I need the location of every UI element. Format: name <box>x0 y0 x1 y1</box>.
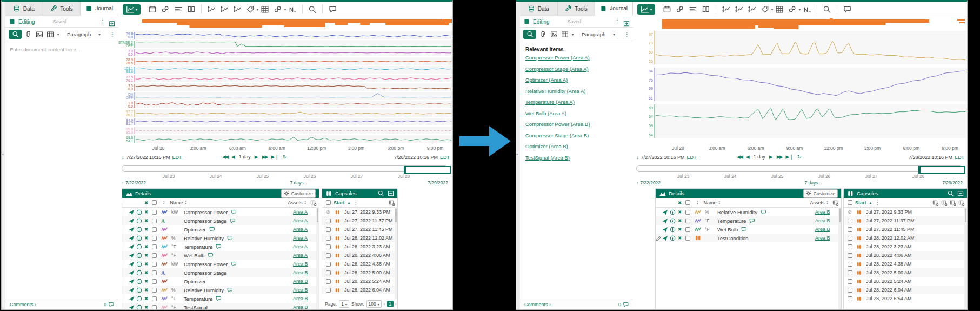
sort-icon[interactable]: ▲▼ <box>304 201 306 205</box>
investigate-duration[interactable]: 7 days <box>795 180 828 186</box>
cursors-icon[interactable] <box>803 5 811 13</box>
info-icon[interactable] <box>136 305 143 310</box>
send-to-organizer-icon[interactable] <box>128 287 135 293</box>
labels-icon[interactable] <box>246 5 255 13</box>
add-column-icon[interactable] <box>310 200 317 206</box>
send-to-organizer-icon[interactable] <box>128 296 135 302</box>
zoom-icon[interactable] <box>823 5 831 13</box>
timezone-link[interactable]: EDT <box>440 155 450 160</box>
gridlines-icon[interactable] <box>261 5 269 13</box>
investigate-duration[interactable]: 7 days <box>281 180 313 186</box>
asset-link[interactable]: Area B <box>293 305 319 310</box>
table-row[interactable]: ✖°FTemperatureArea A <box>122 242 319 251</box>
row-checkbox[interactable] <box>685 227 690 232</box>
capsule-bar[interactable] <box>662 25 756 29</box>
dimming-chevron-icon[interactable]: ▾ <box>799 8 801 11</box>
custom-column-icon[interactable] <box>958 200 965 206</box>
column-menu-icon[interactable]: ⋮ <box>353 200 358 206</box>
calendar-icon[interactable] <box>663 5 671 13</box>
asset-link[interactable]: Area B <box>815 209 841 215</box>
asset-link[interactable]: Area B <box>293 296 319 301</box>
info-icon[interactable] <box>670 218 676 224</box>
sort-icon[interactable]: ▲▼ <box>163 201 165 205</box>
show-select[interactable]: 100▾ <box>366 300 382 308</box>
table-row[interactable]: ✖°FTemperatureArea B <box>656 216 841 225</box>
sort-icon[interactable]: ▲▼ <box>696 201 698 205</box>
comment-icon[interactable] <box>209 227 215 232</box>
expand-panel-icon[interactable] <box>109 19 115 25</box>
send-to-organizer-icon[interactable] <box>128 279 135 284</box>
comment-icon[interactable] <box>230 209 237 215</box>
remove-icon[interactable]: ✖ <box>144 235 152 241</box>
asset-link[interactable]: Area B <box>815 218 841 223</box>
step-to-end-icon[interactable]: ▶❘ <box>271 154 279 160</box>
capsule-bar[interactable] <box>758 25 799 28</box>
step-back-full-icon[interactable]: ◀◀ <box>222 154 228 160</box>
tab-journal[interactable]: Journal <box>81 2 118 16</box>
comment-icon[interactable] <box>229 218 236 223</box>
capsule-bar[interactable] <box>774 28 799 29</box>
tab-journal[interactable]: Journal <box>595 2 633 16</box>
name-column-label[interactable]: Name <box>170 200 183 206</box>
comments-bar[interactable]: Comments › 0 <box>520 299 633 309</box>
search-icon[interactable] <box>948 190 954 196</box>
range-end-value[interactable]: 7/28/2022 10:16 PM <box>394 155 438 160</box>
capsule-row[interactable]: Jul 28, 2022 6:54 AM <box>844 294 967 303</box>
timezone-link[interactable]: EDT <box>687 155 697 160</box>
step-forward-full-icon[interactable]: ▶▶ <box>777 154 782 160</box>
row-checkbox[interactable] <box>848 296 852 301</box>
table-row[interactable]: ✖°FTestSignalArea B <box>122 303 319 310</box>
annotate-icon[interactable] <box>328 5 337 13</box>
table-row[interactable]: ✖kWCompressor PowerArea A <box>122 208 319 216</box>
investigate-end[interactable]: 7/29/2022 <box>428 180 448 186</box>
capsule-row[interactable]: Jul 28, 2022 3:23 AM <box>844 242 967 251</box>
info-icon[interactable] <box>670 235 676 241</box>
relevant-item-link[interactable]: Compressor Stage (Area B) <box>525 133 628 138</box>
row-checkbox[interactable] <box>152 305 157 310</box>
row-checkbox[interactable] <box>152 210 157 215</box>
prev-page-icon[interactable]: ‹ <box>384 301 385 307</box>
info-icon[interactable] <box>670 209 676 215</box>
step-size-value[interactable]: 1 day <box>754 154 765 160</box>
info-icon[interactable] <box>136 253 143 259</box>
capsule-bar[interactable] <box>879 21 883 25</box>
asset-link[interactable]: Area B <box>815 235 841 241</box>
capsule-row[interactable]: Jul 28, 2022 5:00 AM <box>844 268 967 277</box>
cursors-icon[interactable] <box>288 5 297 13</box>
one-yaxis-icon[interactable] <box>233 5 242 13</box>
assets-column-label[interactable]: Assets <box>810 200 825 206</box>
comment-icon[interactable] <box>749 218 755 223</box>
capsule-row[interactable]: Jul 27, 2022 11:45 PM <box>844 225 967 234</box>
asset-link[interactable]: Area B <box>815 227 841 232</box>
list-view-icon[interactable] <box>689 5 697 13</box>
row-checkbox[interactable] <box>848 227 852 232</box>
journal-menu-icon[interactable]: ⋮ <box>100 19 105 25</box>
add-column-icon[interactable] <box>932 200 939 206</box>
remove-icon[interactable]: ✖ <box>144 296 152 301</box>
relevant-item-link[interactable]: Optimizer (Area B) <box>525 143 628 149</box>
asset-link[interactable]: Area A <box>293 218 319 223</box>
comment-icon[interactable] <box>760 209 766 215</box>
row-checkbox[interactable] <box>326 227 331 232</box>
capsule-bar[interactable] <box>177 23 325 25</box>
compare-view-icon[interactable] <box>187 5 196 13</box>
info-icon[interactable] <box>136 227 143 233</box>
comment-icon[interactable] <box>215 296 222 301</box>
remove-icon[interactable]: ✖ <box>144 279 152 284</box>
row-checkbox[interactable] <box>326 236 331 241</box>
page-select[interactable]: 1▾ <box>339 300 349 308</box>
row-checkbox[interactable] <box>848 270 852 275</box>
capsule-row[interactable]: Jul 27, 2022 11:37 PM <box>844 216 967 225</box>
compare-view-icon[interactable] <box>702 5 710 13</box>
refresh-icon[interactable]: ↻ <box>797 154 802 160</box>
remove-icon[interactable]: ✖ <box>144 261 152 267</box>
table-row[interactable]: ✖%Relative HumidityArea B <box>122 286 319 294</box>
table-row[interactable]: ✖°FWet BulbArea A <box>122 251 319 260</box>
labels-chevron-icon[interactable]: ▾ <box>771 8 773 11</box>
table-row[interactable]: ✖%Relative HumidityArea A <box>122 234 319 242</box>
capsules-scrollbar[interactable] <box>395 207 397 299</box>
capsule-bar[interactable] <box>360 23 370 25</box>
row-checkbox[interactable] <box>848 236 852 241</box>
asset-link[interactable]: Area B <box>293 287 319 293</box>
remove-all-icon[interactable]: ✖ <box>678 200 685 206</box>
